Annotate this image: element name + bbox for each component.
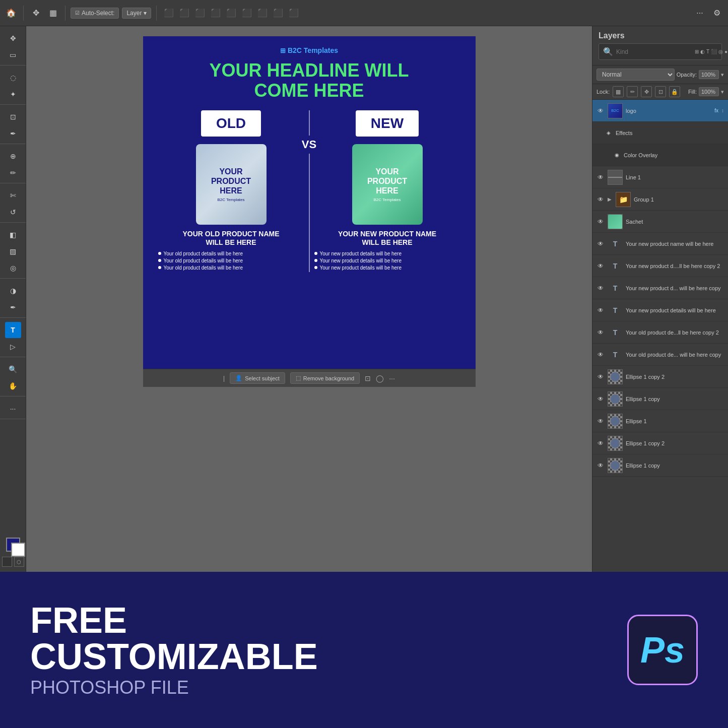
more-canvas-icon[interactable]: ···	[389, 374, 395, 382]
align-left-icon[interactable]: ⬛	[162, 6, 176, 20]
more-icon[interactable]: ···	[693, 6, 707, 20]
layer-vis-line1[interactable]: 👁	[597, 173, 605, 181]
distribute3-icon[interactable]: ⬛	[287, 6, 301, 20]
layer-dropdown[interactable]: Layer ▾	[122, 8, 151, 19]
lock-artboard-btn[interactable]: ⊡	[655, 86, 666, 97]
opacity-chevron[interactable]: ▾	[721, 72, 724, 78]
layer-text1[interactable]: 👁 T Your new product name will be here	[592, 233, 728, 255]
history-tool[interactable]: ↺	[5, 204, 21, 220]
layer-text6[interactable]: 👁 T Your old product de... will be here …	[592, 344, 728, 366]
blend-mode-select[interactable]: Normal	[597, 69, 675, 81]
background-color[interactable]	[11, 543, 25, 557]
layer-vis-group1[interactable]: 👁	[597, 195, 605, 204]
layer-ellipse1c2[interactable]: 👁 Ellipse 1 copy 2	[592, 366, 728, 388]
foreground-color[interactable]	[6, 538, 20, 552]
layer-color-overlay[interactable]: ◉ Color Overlay	[592, 144, 728, 166]
layer-ellipse1c[interactable]: 👁 Ellipse 1 copy	[592, 388, 728, 410]
layer-vis-ellipse1[interactable]: 👁	[597, 417, 605, 425]
layer-vis-logo[interactable]: 👁	[597, 107, 605, 115]
blur-tool[interactable]: ◎	[5, 260, 21, 276]
distribute-icon[interactable]: ⬛	[255, 6, 270, 20]
align-top-icon[interactable]: ⬛	[209, 6, 223, 20]
lock-transparent-btn[interactable]: ▦	[613, 86, 624, 97]
layer-effects[interactable]: ◈ Effects	[592, 122, 728, 144]
layer-sachet[interactable]: 👁 Sachet	[592, 211, 728, 233]
crop-icon[interactable]: ⊡	[365, 374, 371, 382]
home-icon[interactable]: 🏠	[4, 6, 18, 20]
more-tools[interactable]: ···	[5, 401, 21, 417]
select-subject-button[interactable]: 👤 Select subject	[230, 372, 285, 384]
heal-tool[interactable]: ⊕	[5, 148, 21, 164]
lasso-tool[interactable]: ◌	[5, 70, 21, 86]
gradient-tool[interactable]: ▨	[5, 243, 21, 259]
kind-filter-input[interactable]	[616, 48, 692, 55]
layer-vis-ellipse1c2[interactable]: 👁	[597, 373, 605, 381]
pixel-filter-icon[interactable]: ⊞	[695, 49, 699, 54]
dodge-tool[interactable]: ◑	[5, 283, 21, 299]
quick-mask-icon[interactable]	[2, 557, 12, 567]
fill-chevron[interactable]: ▾	[721, 89, 724, 95]
hand-tool[interactable]: ✋	[5, 378, 21, 394]
opacity-input[interactable]	[699, 70, 719, 79]
layer-group1[interactable]: 👁 ▶ 📁 Group 1	[592, 188, 728, 211]
eyedropper-tool[interactable]: ✒	[5, 125, 21, 142]
select-icon[interactable]: ▦	[46, 6, 60, 20]
panel-search[interactable]: 🔍 ⊞ ◐ T ⬛ ◎ ●	[599, 43, 722, 60]
layer-line1[interactable]: 👁 Line 1	[592, 166, 728, 188]
zoom-tool[interactable]: 🔍	[5, 361, 21, 377]
lock-paint-btn[interactable]: ✏	[627, 86, 638, 97]
align-bottom-icon[interactable]: ⬛	[240, 6, 254, 20]
adj-filter-icon[interactable]: ◐	[700, 49, 705, 54]
move-tool[interactable]: ✥	[5, 30, 21, 46]
pen-tool[interactable]: ✒	[5, 299, 21, 315]
move-tool-icon[interactable]: ✥	[29, 6, 43, 20]
remove-background-button[interactable]: ⬚ Remove background	[290, 372, 360, 384]
layer-text3[interactable]: 👁 T Your new product d... will be here c…	[592, 277, 728, 299]
layer-ellipse1c2b[interactable]: 👁 Ellipse 1 copy 2	[592, 432, 728, 454]
layer-vis-ellipse1cb[interactable]: 👁	[597, 461, 605, 470]
auto-select-checkbox[interactable]: ☑ Auto-Select:	[71, 8, 119, 19]
layer-vis-text3[interactable]: 👁	[597, 284, 605, 292]
fill-input[interactable]	[699, 87, 719, 96]
layer-vis-text5[interactable]: 👁	[597, 328, 605, 337]
type-filter-icon[interactable]: T	[706, 49, 709, 54]
layer-text5[interactable]: 👁 T Your old product de...ll be here cop…	[592, 321, 728, 344]
circle-icon[interactable]: ◯	[376, 374, 384, 382]
canvas[interactable]: ⊞ B2C Templates YOUR HEADLINE WILL COME …	[143, 36, 476, 369]
layer-vis-text2[interactable]: 👁	[597, 262, 605, 270]
lock-move-btn[interactable]: ✥	[641, 86, 652, 97]
settings-icon[interactable]: ⚙	[710, 6, 724, 20]
align-right-icon[interactable]: ⬛	[193, 6, 207, 20]
layer-vis-coloroverlay[interactable]: ◉	[613, 151, 621, 159]
brush-tool[interactable]: ✏	[5, 165, 21, 181]
lock-all-btn[interactable]: 🔒	[669, 86, 680, 97]
distribute2-icon[interactable]: ⬛	[271, 6, 285, 20]
screen-mode-icon[interactable]: ⬡	[14, 557, 24, 567]
layer-vis-effects[interactable]: ◈	[605, 129, 613, 137]
layer-vis-text4[interactable]: 👁	[597, 306, 605, 314]
layer-logo[interactable]: 👁 B2C logo fx ↕	[592, 100, 728, 122]
layer-vis-text6[interactable]: 👁	[597, 351, 605, 359]
path-tool[interactable]: ▷	[5, 339, 21, 355]
rect-select-tool[interactable]: ▭	[5, 47, 21, 63]
shape-filter-icon[interactable]: ⬛	[711, 49, 717, 54]
layer-ellipse1cb[interactable]: 👁 Ellipse 1 copy	[592, 454, 728, 477]
layer-vis-text1[interactable]: 👁	[597, 240, 605, 248]
layer-vis-ellipse1c[interactable]: 👁	[597, 395, 605, 403]
dot-filter-icon[interactable]: ●	[724, 49, 727, 54]
align-center-icon[interactable]: ⬛	[177, 6, 191, 20]
type-tool[interactable]: T	[5, 322, 21, 338]
crop-tool[interactable]: ⊡	[5, 109, 21, 125]
align-vcenter-icon[interactable]: ⬛	[224, 6, 238, 20]
old-label: OLD	[216, 115, 246, 131]
group-expand-icon[interactable]: ▶	[608, 196, 612, 202]
layer-vis-sachet[interactable]: 👁	[597, 218, 605, 226]
eraser-tool[interactable]: ◧	[5, 227, 21, 243]
clone-tool[interactable]: ✄	[5, 187, 21, 204]
layer-text4[interactable]: 👁 T Your new product details will be her…	[592, 299, 728, 321]
layer-ellipse1[interactable]: 👁 Ellipse 1	[592, 410, 728, 432]
layer-vis-ellipse1c2b[interactable]: 👁	[597, 439, 605, 447]
magic-wand-tool[interactable]: ✦	[5, 86, 21, 102]
smart-filter-icon[interactable]: ◎	[718, 49, 723, 54]
layer-text2[interactable]: 👁 T Your new product d....ll be here cop…	[592, 255, 728, 277]
